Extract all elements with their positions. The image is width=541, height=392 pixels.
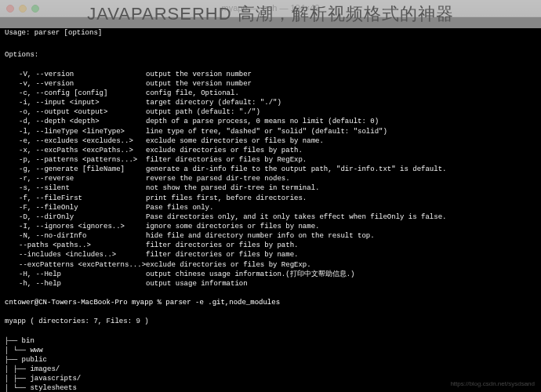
option-desc: output the version number [146, 79, 536, 89]
option-row: -o, --output <output>output path (defaul… [5, 107, 536, 117]
option-row: -x, --excPaths <excPaths..>exclude direc… [5, 146, 536, 155]
option-desc: print files first, before directories. [146, 194, 536, 203]
option-row: -H, --Helpoutput chinese usage informati… [5, 270, 536, 279]
option-desc: config file, Optional. [146, 89, 536, 98]
option-desc: reverse the parsed dir-tree nodes. [146, 174, 536, 183]
option-row: -d, --depth <depth>depth of a parse proc… [5, 117, 536, 126]
option-flag: -p, --patterns <patterns...> [5, 155, 146, 165]
option-row: -h, --helpoutput usage information [5, 279, 536, 289]
option-row: -l, --lineType <lineType>line type of tr… [5, 127, 536, 136]
option-flag: -V, --version [5, 70, 146, 79]
option-row: -i, --input <input>target directory (def… [5, 98, 536, 107]
option-flag: -g, --generate [fileName] [5, 165, 146, 174]
close-icon[interactable] [6, 5, 14, 13]
option-flag: -I, --ignores <ignores..> [5, 222, 146, 231]
option-desc: output the version number [146, 70, 536, 79]
option-flag: -f, --fileFirst [5, 194, 146, 203]
option-row: -N, --no-dirInfohide file and directory … [5, 231, 536, 241]
option-flag: -c, --config [config] [5, 89, 146, 98]
option-row: --excPatterns <excPatterns...>exclude di… [5, 260, 536, 270]
option-desc: exclude directories or files by RegExp. [146, 260, 536, 270]
tree1-header: myapp ( directories: 7, Files: 9 ) [5, 317, 536, 326]
option-flag: --excPatterns <excPatterns...> [5, 260, 146, 270]
option-flag: -H, --Help [5, 270, 146, 279]
options-header: Options: [5, 50, 536, 60]
option-desc: output chinese usage information.(打印中文帮助… [146, 270, 536, 279]
option-row: -F, --fileOnlyPase files only. [5, 203, 536, 212]
option-desc: hide file and directory number info on t… [146, 231, 536, 241]
option-row: -I, --ignores <ignores..>ignore some dir… [5, 222, 536, 231]
option-flag: -D, --dirOnly [5, 212, 146, 222]
option-desc: Pase files only. [146, 203, 536, 212]
option-flag: -d, --depth <depth> [5, 117, 146, 126]
option-flag: -e, --excludes <excludes..> [5, 136, 146, 146]
option-row: -s, --silentnot show the parsed dir-tree… [5, 183, 536, 193]
option-desc: output usage information [146, 279, 536, 289]
tree-line: │ └── www [5, 346, 536, 355]
option-flag: --paths <paths..> [5, 241, 146, 250]
option-flag: -s, --silent [5, 183, 146, 193]
minimize-icon[interactable] [19, 5, 27, 13]
zoom-icon[interactable] [31, 5, 39, 13]
tree-line: ├── bin [5, 336, 536, 346]
option-row: -f, --fileFirstprint files first, before… [5, 194, 536, 203]
tree-line: │ ├── images/ [5, 365, 536, 374]
option-desc: generate a dir-info file to the output p… [146, 165, 536, 174]
option-desc: Pase directories only, and it only takes… [146, 212, 536, 222]
option-desc: output path (default: "./") [146, 107, 536, 117]
option-flag: -N, --no-dirInfo [5, 231, 146, 241]
option-flag: -v, --version [5, 79, 146, 89]
option-flag: -r, --reverse [5, 174, 146, 183]
option-row: -V, --versionoutput the version number [5, 70, 536, 79]
option-row: -c, --config [config]config file, Option… [5, 89, 536, 98]
option-flag: -F, --fileOnly [5, 203, 146, 212]
command-line-1: cntower@CN-Towers-MacBook-Pro myapp % pa… [5, 298, 536, 307]
option-desc: exclude some directories or files by nam… [146, 136, 536, 146]
option-row: -v, --versionoutput the version number [5, 79, 536, 89]
option-flag: -l, --lineType <lineType> [5, 127, 146, 136]
option-row: -D, --dirOnlyPase directories only, and … [5, 212, 536, 222]
option-flag: -h, --help [5, 279, 146, 289]
usage-line: Usage: parser [options] [5, 28, 536, 38]
option-desc: filter directories or files by RegExp. [146, 155, 536, 165]
option-desc: target directory (default: "./") [146, 98, 536, 107]
window-titlebar: myapp — -zsh — 104×49 [0, 0, 541, 17]
option-desc: filter directories or files by path. [146, 241, 536, 250]
options-list: -V, --versionoutput the version number-v… [5, 70, 536, 289]
option-row: -p, --patterns <patterns...>filter direc… [5, 155, 536, 165]
option-desc: ignore some directories or files by name… [146, 222, 536, 231]
option-row: --paths <paths..>filter directories or f… [5, 241, 536, 250]
tree-line: ├── public [5, 355, 536, 365]
option-row: -g, --generate [fileName]generate a dir-… [5, 165, 536, 174]
option-flag: --includes <includes..> [5, 250, 146, 260]
terminal-output[interactable]: Usage: parser [options] Options: -V, --v… [0, 17, 541, 392]
option-row: -e, --excludes <excludes..>exclude some … [5, 136, 536, 146]
watermark: https://blog.csdn.net/sysdsand [450, 380, 535, 389]
traffic-lights [6, 5, 39, 13]
option-desc: not show the parsed dir-tree in terminal… [146, 183, 536, 193]
option-row: --includes <includes..>filter directorie… [5, 250, 536, 260]
option-desc: exclude directories or files by path. [146, 146, 536, 155]
option-desc: filter directories or files by name. [146, 250, 536, 260]
option-desc: depth of a parse process, 0 means no lim… [146, 117, 536, 126]
option-row: -r, --reversereverse the parsed dir-tree… [5, 174, 536, 183]
window-title: myapp — -zsh — 104×49 [0, 2, 541, 14]
option-flag: -o, --output <output> [5, 107, 146, 117]
option-desc: line type of tree, "dashed" or "solid" (… [146, 127, 536, 136]
option-flag: -i, --input <input> [5, 98, 146, 107]
option-flag: -x, --excPaths <excPaths..> [5, 146, 146, 155]
